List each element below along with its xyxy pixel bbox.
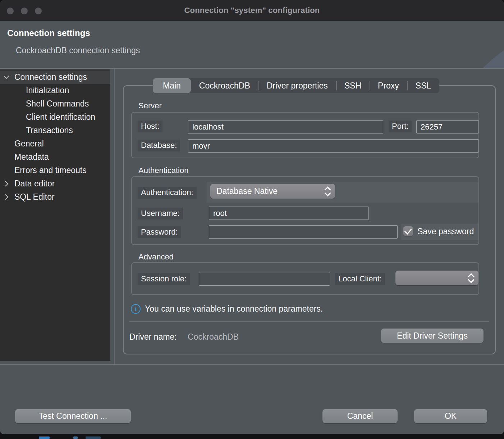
session-role-input[interactable] bbox=[199, 272, 330, 286]
ok-button[interactable]: OK bbox=[414, 409, 487, 423]
cancel-button[interactable]: Cancel bbox=[322, 409, 398, 423]
advanced-section-label: Advanced bbox=[138, 252, 174, 262]
tab[interactable]: SSH bbox=[336, 78, 370, 93]
tab-label: CockroachDB bbox=[199, 81, 250, 91]
sidebar-item[interactable]: Client identification bbox=[0, 110, 110, 124]
save-password-label: Save password bbox=[417, 227, 479, 236]
popup-stepper-icon bbox=[468, 273, 474, 283]
server-section-label: Server bbox=[138, 101, 162, 110]
driver-name-label: Driver name: bbox=[129, 332, 177, 342]
database-input[interactable] bbox=[188, 139, 479, 153]
sidebar-item-label: Initialization bbox=[0, 86, 69, 95]
session-role-label: Session role: bbox=[138, 273, 190, 285]
host-label: Host: bbox=[138, 121, 162, 132]
sidebar-item[interactable]: General bbox=[0, 137, 110, 150]
sidebar-item-label: Shell Commands bbox=[0, 99, 89, 109]
save-password-checkbox[interactable] bbox=[403, 226, 413, 236]
password-label: Password: bbox=[138, 226, 181, 238]
info-icon: i bbox=[131, 304, 141, 314]
connection-config-dialog: Connection "system" configuration Connec… bbox=[0, 0, 504, 434]
tab[interactable]: Main bbox=[153, 78, 191, 93]
close-window-icon[interactable] bbox=[7, 8, 14, 14]
tab[interactable]: Driver properties bbox=[258, 78, 336, 93]
popup-stepper-icon bbox=[325, 187, 330, 196]
connection-tabs: Main CockroachDB Driver properties SSH P… bbox=[153, 78, 439, 93]
sidebar-item-label: Transactions bbox=[0, 126, 73, 135]
tab[interactable]: CockroachDB bbox=[191, 78, 258, 93]
tab-label: Main bbox=[163, 81, 181, 91]
minimize-window-icon[interactable] bbox=[21, 8, 28, 14]
test-connection-button[interactable]: Test Connection ... bbox=[15, 409, 131, 423]
sidebar-item[interactable]: Metadata bbox=[0, 150, 110, 164]
port-input[interactable] bbox=[416, 120, 479, 133]
titlebar: Connection "system" configuration bbox=[0, 0, 504, 21]
sidebar-item[interactable]: SQL Editor bbox=[0, 190, 110, 204]
edit-driver-settings-button[interactable]: Edit Driver Settings bbox=[381, 329, 484, 343]
content-divider bbox=[129, 321, 489, 322]
page-title: Connection settings bbox=[7, 28, 90, 38]
sidebar-item-label: Client identification bbox=[0, 112, 95, 122]
authentication-select[interactable]: Database Native bbox=[210, 184, 335, 199]
sidebar-item[interactable]: Connection settings bbox=[0, 71, 110, 84]
username-input[interactable] bbox=[209, 207, 369, 220]
sidebar-item-label: Connection settings bbox=[0, 72, 87, 82]
page-subtitle: CockroachDB connection settings bbox=[16, 46, 140, 55]
authentication-label: Authentication: bbox=[138, 187, 197, 199]
sidebar-item-label: Errors and timeouts bbox=[0, 166, 87, 175]
database-label: Database: bbox=[138, 140, 180, 151]
settings-tree: Connection settings Initialization Shell… bbox=[0, 69, 110, 361]
window-controls bbox=[7, 8, 42, 14]
decorative-arcs bbox=[421, 21, 504, 68]
sidebar-item[interactable]: Errors and timeouts bbox=[0, 164, 110, 177]
sidebar-divider bbox=[114, 69, 115, 365]
window-title: Connection "system" configuration bbox=[184, 6, 320, 15]
info-text: You can use variables in connection para… bbox=[145, 304, 323, 314]
sidebar-item[interactable]: Initialization bbox=[0, 84, 110, 97]
tab-label: Driver properties bbox=[267, 81, 328, 91]
username-label: Username: bbox=[138, 208, 183, 220]
local-client-label: Local Client: bbox=[335, 273, 385, 285]
sidebar-item-label: Metadata bbox=[0, 152, 49, 162]
host-input[interactable] bbox=[188, 120, 383, 133]
footer-divider bbox=[0, 364, 504, 365]
sidebar-item[interactable]: Shell Commands bbox=[0, 97, 110, 110]
local-client-select[interactable] bbox=[395, 271, 478, 285]
sidebar-item-label: General bbox=[0, 139, 44, 149]
port-label: Port: bbox=[389, 121, 412, 132]
tab[interactable]: Proxy bbox=[370, 78, 407, 93]
tab[interactable]: SSL bbox=[407, 78, 439, 93]
desktop-strip bbox=[0, 434, 504, 439]
password-input[interactable] bbox=[209, 225, 398, 239]
sidebar-item[interactable]: Transactions bbox=[0, 124, 110, 137]
tab-label: SSL bbox=[416, 81, 431, 91]
tab-label: Proxy bbox=[378, 81, 399, 91]
tab-label: SSH bbox=[344, 81, 361, 91]
dialog-header: Connection settings CockroachDB connecti… bbox=[0, 21, 504, 69]
authentication-section-label: Authentication bbox=[138, 166, 188, 175]
driver-name-value: CockroachDB bbox=[188, 332, 239, 342]
zoom-window-icon[interactable] bbox=[35, 8, 42, 14]
authentication-selected-value: Database Native bbox=[216, 186, 278, 196]
sidebar-item[interactable]: Data editor bbox=[0, 177, 110, 190]
